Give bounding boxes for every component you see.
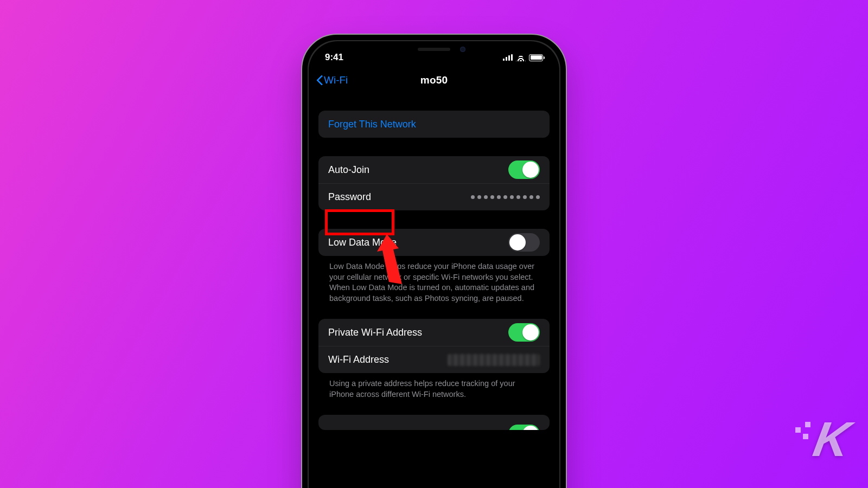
nav-bar: Wi-Fi mo50 bbox=[309, 65, 559, 95]
forget-network-label: Forget This Network bbox=[328, 119, 416, 130]
password-label: Password bbox=[328, 191, 371, 203]
status-time: 9:41 bbox=[325, 52, 343, 63]
page-title: mo50 bbox=[420, 74, 448, 86]
wifi-icon bbox=[516, 54, 526, 61]
low-data-group: Low Data Mode bbox=[318, 229, 550, 256]
forget-network-button[interactable]: Forget This Network bbox=[318, 111, 550, 138]
volume-up-button bbox=[301, 141, 302, 175]
next-group-peek bbox=[318, 415, 550, 430]
volume-down-button bbox=[301, 184, 302, 218]
private-address-row[interactable]: Private Wi-Fi Address bbox=[318, 319, 550, 346]
battery-icon bbox=[529, 54, 543, 61]
cellular-icon bbox=[503, 54, 513, 61]
low-data-label: Low Data Mode bbox=[328, 237, 397, 248]
chevron-left-icon bbox=[316, 75, 323, 86]
low-data-row[interactable]: Low Data Mode bbox=[318, 229, 550, 256]
forget-group: Forget This Network bbox=[318, 111, 550, 138]
auto-join-row[interactable]: Auto-Join bbox=[318, 156, 550, 183]
screen: 9:41 Wi-Fi mo50 Forget This Network bbox=[309, 41, 559, 488]
private-address-group: Private Wi-Fi Address Wi-Fi Address bbox=[318, 319, 550, 373]
notch bbox=[377, 41, 491, 59]
phone-frame: 9:41 Wi-Fi mo50 Forget This Network bbox=[301, 34, 567, 488]
password-row[interactable]: Password bbox=[318, 183, 550, 210]
wifi-address-row: Wi-Fi Address bbox=[318, 346, 550, 373]
wifi-address-label: Wi-Fi Address bbox=[328, 354, 389, 365]
private-address-toggle[interactable] bbox=[508, 323, 540, 342]
auto-join-toggle[interactable] bbox=[508, 160, 540, 179]
mute-switch bbox=[301, 104, 302, 123]
power-button bbox=[566, 147, 567, 200]
next-toggle-peek[interactable] bbox=[508, 425, 540, 430]
wifi-address-redacted bbox=[448, 354, 540, 366]
private-address-note: Using a private address helps reduce tra… bbox=[318, 378, 550, 400]
back-label: Wi-Fi bbox=[324, 74, 348, 86]
back-button[interactable]: Wi-Fi bbox=[316, 74, 348, 86]
low-data-note: Low Data Mode helps reduce your iPhone d… bbox=[318, 261, 550, 304]
watermark: K bbox=[809, 412, 852, 467]
auto-join-label: Auto-Join bbox=[328, 164, 369, 176]
password-masked bbox=[471, 195, 540, 199]
private-address-label: Private Wi-Fi Address bbox=[328, 327, 422, 338]
join-group: Auto-Join Password bbox=[318, 156, 550, 210]
low-data-toggle[interactable] bbox=[508, 233, 540, 252]
